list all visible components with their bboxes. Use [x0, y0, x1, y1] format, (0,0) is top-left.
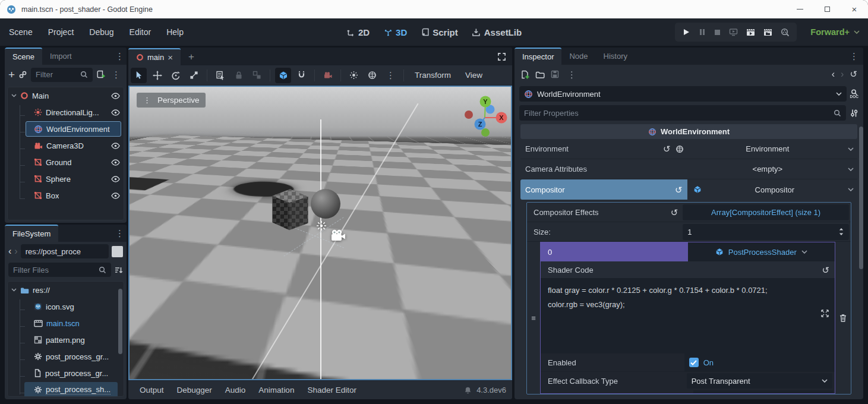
fs-row-main-tscn[interactable]: main.tscn [8, 315, 124, 332]
menu-help[interactable]: Help [166, 27, 184, 37]
pause-button[interactable] [699, 29, 706, 36]
menu-editor[interactable]: Editor [130, 27, 151, 37]
size-spinner[interactable]: 1 [683, 224, 849, 240]
new-resource-button[interactable] [520, 70, 529, 79]
maximize-button[interactable] [813, 0, 841, 18]
shader-code-editor[interactable]: float gray = color.r * 0.2125 + color.g … [541, 278, 835, 353]
lock-icon[interactable] [231, 68, 247, 83]
revert-icon[interactable]: ↺ [675, 185, 683, 194]
nav-forward-button[interactable]: › [14, 247, 17, 256]
new-scene-tab-button[interactable]: + [181, 48, 202, 65]
filesystem-scrollbar[interactable] [118, 289, 122, 354]
tree-row-main[interactable]: Main [8, 87, 124, 104]
movie-maker-button[interactable] [781, 28, 790, 37]
compositor-value-picker[interactable]: Compositor [687, 185, 857, 194]
list-select-tool-button[interactable] [212, 68, 228, 83]
history-forward-button[interactable]: › [841, 70, 844, 79]
distraction-free-icon[interactable] [497, 52, 506, 61]
snap-toggle[interactable] [293, 68, 310, 83]
menu-debug[interactable]: Debug [89, 27, 113, 37]
select-tool-button[interactable] [131, 68, 147, 83]
array-index-cell[interactable]: 0 [541, 242, 688, 261]
visibility-eye-icon[interactable] [111, 159, 120, 166]
revert-icon[interactable]: ↺ [822, 266, 829, 274]
rotate-tool-button[interactable] [168, 68, 184, 83]
expand-chevron-icon[interactable] [11, 94, 17, 97]
move-tool-button[interactable] [149, 68, 165, 83]
audio-button[interactable]: Audio [220, 386, 251, 394]
play-button[interactable] [682, 28, 690, 36]
visibility-eye-icon[interactable] [111, 192, 120, 199]
menu-scene[interactable]: Scene [9, 27, 33, 37]
tree-row-camera3d[interactable]: Camera3D [8, 137, 124, 154]
load-resource-button[interactable] [535, 71, 545, 78]
instance-scene-button[interactable] [18, 70, 27, 79]
debugger-button[interactable]: Debugger [172, 386, 217, 394]
attach-script-button[interactable] [96, 70, 106, 79]
light-gizmo-icon[interactable] [315, 220, 327, 233]
history-back-button[interactable]: ‹ [832, 70, 835, 79]
history-list-icon[interactable]: ↺ [850, 69, 857, 80]
minimize-button[interactable] [786, 0, 813, 18]
inspector-dock-menu-icon[interactable]: ⋮ [847, 52, 861, 61]
renderer-selector[interactable]: Forward+ [810, 18, 860, 46]
revert-icon[interactable]: ↺ [671, 208, 678, 217]
workspace-3d[interactable]: 3D [384, 27, 407, 37]
add-node-button[interactable]: + [8, 68, 15, 81]
tab-history[interactable]: History [596, 48, 635, 65]
tree-row-sphere[interactable]: Sphere [8, 171, 124, 187]
property-tools-icon[interactable] [850, 109, 858, 118]
filter-files-input[interactable]: Filter Files [8, 263, 111, 277]
tab-scene[interactable]: Scene [5, 48, 42, 65]
close-tab-icon[interactable]: × [168, 52, 173, 62]
fs-row-post-process-text-file[interactable]: post_process_gr... [8, 365, 124, 381]
compositor-label-selected[interactable]: Compositor ↺ [520, 179, 687, 200]
fs-row-post-process-shader-file[interactable]: post_process_gr... [8, 348, 124, 365]
output-button[interactable]: Output [134, 386, 169, 394]
camera-attributes-value-picker[interactable]: <empty> [687, 165, 857, 173]
workspace-script[interactable]: Script [421, 27, 458, 37]
tab-inspector[interactable]: Inspector [515, 48, 561, 65]
save-resource-button[interactable] [551, 70, 559, 78]
scale-tool-button[interactable] [186, 68, 202, 83]
scene-tree-menu-icon[interactable]: ⋮ [109, 70, 123, 79]
version-label[interactable]: 4.3.dev6 [476, 386, 506, 394]
viewport-3d[interactable]: ⋮ Perspective Y X Z [128, 86, 512, 380]
path-field[interactable]: res://post_proce [21, 244, 109, 258]
open-docs-button[interactable]: DOC [850, 89, 858, 99]
visibility-eye-icon[interactable] [111, 93, 120, 99]
local-space-toggle[interactable] [275, 68, 291, 83]
play-custom-scene-button[interactable] [763, 29, 772, 36]
transform-menu[interactable]: Transform [409, 71, 457, 80]
perspective-button[interactable]: ⋮ Perspective [137, 93, 206, 108]
sun-environ-menu-icon[interactable]: ⋮ [383, 68, 399, 83]
menu-project[interactable]: Project [48, 27, 74, 37]
fs-row-pattern-png[interactable]: pattern.png [8, 332, 124, 348]
visibility-eye-icon[interactable] [111, 143, 120, 149]
visibility-eye-icon[interactable] [111, 176, 120, 182]
axis-gizmo[interactable]: Y X Z [461, 94, 509, 143]
effects-array-value[interactable]: Array[CompositorEffect] (size 1) [683, 204, 849, 220]
spinner-updown-icon[interactable] [838, 228, 844, 236]
enabled-checkbox[interactable]: On [684, 354, 835, 371]
sphere-mesh[interactable] [311, 189, 340, 219]
item-resource-picker[interactable]: PostProcessShader [688, 242, 835, 261]
notification-bell-icon[interactable] [464, 386, 472, 394]
scene-filter-input[interactable]: Filter [31, 68, 93, 82]
environment-value-picker[interactable]: Environment [687, 144, 857, 153]
box-mesh[interactable] [269, 188, 310, 231]
remote-play-button[interactable] [729, 28, 738, 36]
camera-preview-toggle[interactable] [320, 68, 336, 83]
expand-editor-icon[interactable] [820, 309, 829, 318]
sort-files-icon[interactable] [114, 266, 123, 274]
drag-handle-icon[interactable]: ≡ [527, 242, 540, 394]
filter-properties-input[interactable]: Filter Properties [519, 105, 846, 121]
resource-extra-menu-icon[interactable]: ⋮ [565, 70, 579, 79]
toggle-split-mode-button[interactable] [112, 246, 123, 257]
shader-editor-button[interactable]: Shader Editor [302, 386, 362, 394]
callback-type-dropdown[interactable]: Post Transparent [687, 373, 832, 389]
fs-row-post-process-shader-selected[interactable]: post_process_sh... [8, 381, 124, 397]
inspector-scrollbar[interactable] [859, 127, 863, 269]
close-button[interactable]: × [841, 0, 868, 18]
visibility-eye-icon[interactable] [111, 109, 120, 116]
